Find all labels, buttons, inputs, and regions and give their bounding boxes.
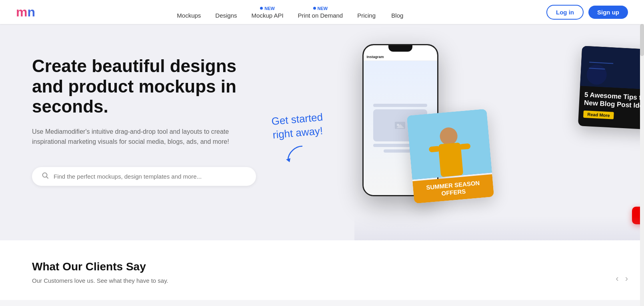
svg-line-1 (46, 177, 48, 178)
new-badge-mockup-api: NEW (260, 6, 275, 11)
summer-figure-svg (406, 109, 492, 180)
navbar-center: NEW Mockups NEW Designs NEW Mockup API N… (177, 6, 404, 19)
clients-section: What Our Clients Say Our Customers love … (0, 240, 644, 300)
get-started-text: Get started right away! (271, 109, 337, 142)
blog-card-text-area: 5 Awesome Tips for New Blog Post Idea Re… (578, 86, 644, 127)
summer-offer-card: SUMMER SEASON OFFERS (406, 109, 494, 204)
nav-item-pricing[interactable]: NEW Pricing (357, 6, 376, 19)
svg-rect-8 (438, 143, 463, 177)
navbar-left: mn (16, 6, 35, 18)
blog-card-read-more[interactable]: Read More (583, 111, 614, 119)
navbar-right: Log in Sign up (546, 5, 628, 20)
blog-card-image-svg (580, 46, 644, 90)
blog-card-image (580, 46, 644, 90)
navbar: mn NEW Mockups NEW Designs NEW Mockup AP… (0, 0, 644, 24)
nav-label-mockup-api: Mockup API (252, 12, 284, 19)
new-badge-pod: NEW (313, 6, 328, 11)
signup-button[interactable]: Sign up (588, 6, 628, 19)
phone-app-header: Instagram (364, 53, 437, 61)
nav-item-mockups[interactable]: NEW Mockups (177, 6, 201, 19)
phone-bar-1 (373, 104, 427, 107)
new-dot-mockup-api (260, 7, 263, 10)
carousel-prev-arrow[interactable]: ‹ (616, 274, 618, 284)
nav-item-mockup-api[interactable]: NEW Mockup API (252, 6, 284, 19)
logo-left: m (16, 5, 27, 19)
nav-label-designs: Designs (215, 12, 237, 19)
clients-section-subtitle: Our Customers love us. See what they hav… (32, 277, 612, 284)
logo[interactable]: mn (16, 6, 35, 18)
nav-item-blog[interactable]: NEW Blog (390, 6, 405, 19)
platform-shadow (354, 216, 644, 240)
search-icon (42, 172, 49, 181)
search-bar[interactable] (32, 167, 256, 186)
phone-notch (388, 45, 412, 52)
scrollbar-thumb[interactable] (640, 24, 644, 56)
summer-card-title: SUMMER SEASON OFFERS (416, 179, 489, 199)
login-button[interactable]: Log in (546, 5, 584, 20)
blog-card-title: 5 Awesome Tips for New Blog Post Idea (584, 91, 644, 111)
hero-subtitle: Use Mediamodifier's intuitive drag-and-d… (32, 127, 256, 147)
hero-section: Create beautiful designs and product moc… (0, 24, 644, 240)
nav-item-designs[interactable]: NEW Designs (215, 6, 237, 19)
search-input[interactable] (54, 173, 246, 180)
nav-label-blog: Blog (391, 12, 403, 19)
hero-visuals: Instagram (354, 32, 644, 240)
svg-marker-2 (286, 158, 290, 162)
new-badge-label-mockup-api: NEW (264, 6, 275, 11)
clients-section-title: What Our Clients Say (32, 260, 612, 273)
nav-label-mockups: Mockups (177, 12, 201, 19)
nav-label-pod: Print on Demand (298, 12, 343, 19)
hero-right: Instagram (354, 24, 644, 240)
new-badge-label-pod: NEW (318, 6, 328, 11)
nav-label-pricing: Pricing (357, 12, 376, 19)
scrollbar[interactable] (640, 24, 644, 300)
summer-card-text: SUMMER SEASON OFFERS (412, 174, 494, 203)
nav-item-print-on-demand[interactable]: NEW Print on Demand (298, 6, 343, 19)
carousel-arrows: ‹ › (616, 274, 628, 284)
summer-figure (406, 109, 492, 180)
logo-right: n (27, 5, 35, 19)
get-started-annotation: Get started right away! (272, 112, 336, 166)
carousel-next-arrow[interactable]: › (625, 274, 628, 284)
new-dot-pod (313, 7, 316, 10)
get-started-arrow-icon (284, 144, 308, 164)
hero-title: Create beautiful designs and product moc… (32, 56, 272, 117)
blog-card: 5 Awesome Tips for New Blog Post Idea Re… (578, 46, 644, 130)
